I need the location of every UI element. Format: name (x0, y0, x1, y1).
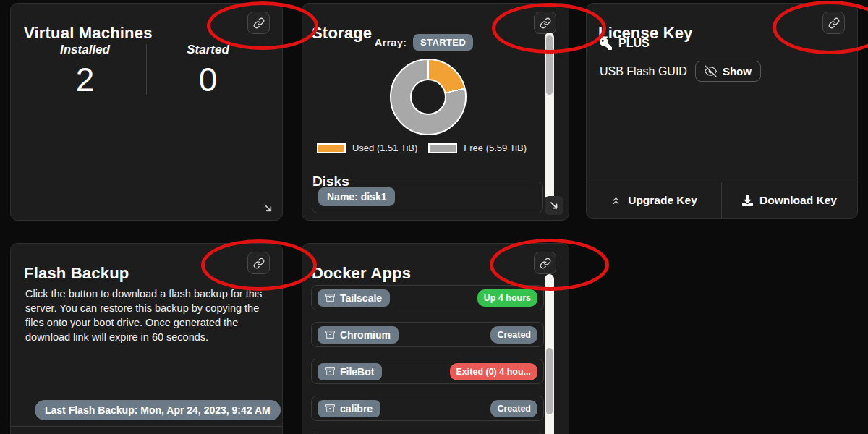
virtual-machines-link-button[interactable] (247, 12, 270, 34)
show-button-label: Show (723, 65, 752, 77)
docker-app-row[interactable]: Chromium Created (311, 322, 544, 347)
docker-app-name-badge: Tailscale (318, 289, 390, 307)
license-key-footer: Upgrade Key Download Key (587, 182, 857, 218)
download-key-button[interactable]: Download Key (722, 182, 857, 218)
resize-arrow-icon (548, 200, 560, 211)
archive-box-icon (326, 404, 335, 413)
docker-app-status-badge: Up 4 hours (477, 289, 537, 307)
docker-scrollbar-track (545, 274, 554, 434)
storage-card: Storage Array: STARTED Used (1.51 TiB) F… (302, 3, 569, 221)
legend-used-label: Used (1.51 TiB) (352, 142, 417, 153)
vm-installed-value: 2 (24, 63, 146, 96)
storage-scrollbar-track (545, 33, 554, 213)
eye-off-icon (705, 65, 717, 77)
chevrons-up-icon (610, 195, 621, 206)
disk-list-item: Name: disk1 (312, 182, 543, 213)
vm-installed-label: Installed (24, 43, 146, 57)
flash-backup-footer-divider (11, 426, 282, 427)
last-flash-backup-badge: Last Flash Backup: Mon, Apr 24, 2023, 9:… (35, 400, 281, 420)
docker-app-name: FileBot (340, 366, 374, 378)
docker-app-row[interactable]: FileBot Exited (0) 4 hou... (311, 359, 544, 384)
docker-app-name-badge: FileBot (318, 363, 382, 380)
legend-free-label: Free (5.59 TiB) (464, 142, 527, 153)
resize-handle[interactable] (260, 200, 276, 216)
link-icon (540, 17, 551, 29)
vm-started-column: Started 0 (147, 43, 269, 96)
docker-app-row[interactable]: Tailscale Up 4 hours (311, 285, 544, 310)
vm-started-label: Started (147, 43, 269, 57)
virtual-machines-title: Virtual Machines (24, 24, 153, 43)
resize-arrow-icon (262, 202, 274, 214)
docker-apps-card: Docker Apps Tailscale Up 4 hours Chromiu… (302, 243, 569, 434)
docker-apps-title: Docker Apps (312, 264, 411, 283)
array-status-row: Array: STARTED (302, 34, 545, 51)
virtual-machines-card: Virtual Machines Installed 2 Started 0 (10, 3, 283, 221)
guid-label: USB Flash GUID (600, 65, 687, 78)
disk-name-badge: Name: disk1 (318, 187, 395, 206)
upgrade-key-label: Upgrade Key (628, 194, 697, 207)
guid-row: USB Flash GUID Show (600, 61, 761, 82)
docker-app-name: Chromium (340, 329, 391, 341)
flash-backup-card: Flash Backup Click the button to downloa… (10, 243, 283, 434)
download-icon (742, 195, 753, 206)
link-icon (253, 258, 265, 269)
link-icon (540, 258, 551, 269)
upgrade-key-button[interactable]: Upgrade Key (587, 182, 722, 218)
vm-stats: Installed 2 Started 0 (24, 43, 269, 96)
vm-started-value: 0 (147, 63, 269, 96)
docker-app-name-badge: Chromium (318, 326, 399, 344)
flash-backup-link-button[interactable] (247, 252, 270, 274)
vm-installed-column: Installed 2 (24, 43, 146, 96)
flash-backup-description: Click the button to download a flash bac… (25, 286, 267, 344)
link-icon (828, 17, 840, 29)
unraid-dashboard: Virtual Machines Installed 2 Started 0 S… (0, 0, 868, 434)
archive-box-icon (326, 293, 335, 302)
legend-swatch-free (428, 143, 457, 153)
archive-box-icon (326, 367, 335, 376)
docker-app-status-badge: Exited (0) 4 hou... (450, 363, 538, 380)
docker-apps-link-button[interactable] (534, 252, 556, 274)
docker-app-name: calibre (340, 403, 373, 414)
show-guid-button[interactable]: Show (695, 61, 761, 82)
storage-link-button[interactable] (534, 12, 556, 34)
flash-backup-title: Flash Backup (24, 264, 129, 283)
docker-app-status-badge: Created (490, 326, 537, 344)
legend-swatch-used (317, 143, 346, 153)
storage-legend: Used (1.51 TiB) Free (5.59 TiB) (302, 142, 545, 153)
docker-app-name: Tailscale (340, 292, 382, 304)
download-key-label: Download Key (760, 194, 837, 207)
license-tier-label: PLUS (618, 37, 650, 50)
resize-handle[interactable] (545, 196, 563, 215)
storage-scrollbar-thumb[interactable] (546, 35, 553, 95)
storage-usage-donut-chart (390, 59, 467, 135)
docker-app-name-badge: calibre (318, 400, 380, 417)
key-icon (600, 38, 612, 50)
docker-app-row[interactable]: calibre Created (311, 396, 544, 421)
link-icon (253, 17, 265, 29)
license-key-card: License Key PLUS USB Flash GUID Show Upg… (586, 3, 858, 219)
archive-box-icon (326, 330, 335, 339)
docker-scrollbar-thumb[interactable] (546, 348, 553, 414)
array-label: Array: (375, 36, 407, 48)
donut-hole (410, 79, 446, 115)
docker-app-status-badge: Created (490, 400, 537, 417)
license-tier-row: PLUS (600, 37, 650, 50)
license-key-link-button[interactable] (822, 12, 845, 34)
array-status-badge: STARTED (413, 34, 473, 51)
